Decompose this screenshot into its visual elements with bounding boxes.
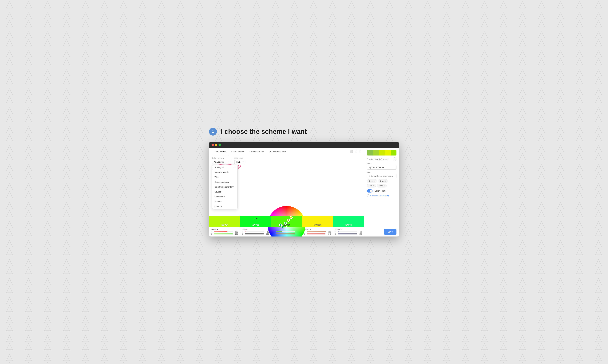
- tag-lime-remove[interactable]: +: [373, 184, 374, 187]
- save-to-dropdown[interactable]: Моя библио... ▾: [375, 158, 392, 160]
- dropdown-item-compound[interactable]: Compound: [212, 194, 237, 199]
- dropdown-item-complementary[interactable]: Complementary: [212, 180, 237, 184]
- wheel-dot-4[interactable]: [281, 225, 284, 228]
- save-to-value: Моя библио...: [375, 158, 387, 160]
- dropdown-item-monochromatic[interactable]: Monochromatic: [212, 170, 237, 175]
- palette-dot-1: [256, 218, 257, 219]
- dropdown-item-triad[interactable]: Triad: [212, 175, 237, 180]
- color-hex-1: #0AFA21: [242, 229, 269, 231]
- tag-fresh[interactable]: Fresh +: [377, 184, 387, 187]
- color-bar-g-4: G 250: [335, 233, 362, 235]
- traffic-close[interactable]: [212, 144, 214, 146]
- tags-section: Tags Green + Grass + Lime +: [367, 171, 396, 187]
- tabs-bar: Color Wheel Extract Theme Extract Gradie…: [209, 148, 364, 155]
- palette-strip: #B6FA0A ⇄ #0AFA21 #52FA0A #FAF: [209, 216, 364, 227]
- preview-swatch-1: [373, 150, 378, 156]
- traffic-minimize[interactable]: [215, 144, 217, 146]
- main-area: Color Wheel Extract Theme Extract Gradie…: [209, 148, 364, 236]
- preview-swatch-2: [379, 150, 385, 156]
- color-detail-4: #0AFA73 R 10 G: [333, 227, 364, 236]
- accessibility-info-icon[interactable]: i: [367, 195, 369, 197]
- tab-extract-theme[interactable]: Extract Theme: [229, 148, 247, 155]
- palette-item-1-icons: ⇄: [254, 217, 257, 220]
- palette-label-0: #B6FA0A: [221, 224, 228, 226]
- preview-swatch-3: [385, 150, 391, 156]
- wheel-dot-2[interactable]: [287, 219, 290, 222]
- tab-color-wheel[interactable]: Color Wheel: [212, 148, 229, 155]
- palette-label-4: #0AFA73: [345, 224, 352, 226]
- harmony-chevron: ▾: [229, 161, 230, 163]
- tag-green-remove[interactable]: +: [374, 180, 375, 182]
- traffic-maximize[interactable]: [218, 144, 221, 146]
- color-bar-r-1: R 10: [242, 231, 269, 233]
- publish-label: Publish Theme: [374, 190, 387, 192]
- mode-label: Color Mode: [234, 157, 245, 159]
- save-to-add-button[interactable]: +: [393, 157, 396, 161]
- tag-green[interactable]: Green +: [367, 179, 377, 183]
- save-to-row: Save to: Моя библио... ▾ +: [367, 157, 396, 161]
- palette-item-0[interactable]: #B6FA0A: [209, 216, 240, 227]
- wheel-dot-1[interactable]: [290, 216, 293, 219]
- accessibility-row: i Check for Accessibility: [367, 195, 396, 197]
- color-bar-g-3: G 240: [304, 233, 331, 235]
- color-hex-4: #0AFA73: [335, 229, 362, 231]
- palette-icon-shuffle: ⇄: [254, 217, 256, 220]
- save-button[interactable]: Save: [384, 229, 396, 234]
- main-container: 1 I choose the scheme I want Color Wheel…: [209, 128, 399, 236]
- harmony-dropdown[interactable]: Analogous ▾: [212, 160, 231, 164]
- download-icon[interactable]: ⬇: [359, 150, 361, 153]
- name-section: Name: [367, 163, 396, 169]
- mode-control: Color Mode RGB ▾: [234, 157, 245, 164]
- color-detail-0: #B6FA0A R 182 G: [209, 227, 240, 236]
- publish-toggle[interactable]: [367, 189, 373, 193]
- color-hex-0: #B6FA0A: [211, 229, 238, 231]
- tag-fresh-remove[interactable]: +: [384, 184, 385, 187]
- step-number: 1: [209, 128, 217, 136]
- palette-item-1[interactable]: ⇄ #0AFA21: [240, 216, 271, 227]
- tags-input[interactable]: [367, 174, 396, 178]
- share-icon[interactable]: ⬡: [355, 150, 357, 153]
- color-wheel-svg[interactable]: [268, 167, 306, 205]
- color-bar-g-1: G 250: [242, 233, 269, 235]
- app-content: Color Wheel Extract Theme Extract Gradie…: [209, 148, 399, 236]
- dropdown-item-custom[interactable]: Custom: [212, 204, 237, 209]
- harmony-label: Color Harmony: [212, 157, 231, 159]
- color-hex-3: #FAF00A: [304, 229, 331, 231]
- name-label: Name: [367, 163, 396, 165]
- dropdown-item-square[interactable]: Square: [212, 189, 237, 194]
- tag-grass[interactable]: Grass +: [378, 179, 388, 183]
- palette-item-4[interactable]: #0AFA73: [333, 216, 364, 227]
- accessibility-link[interactable]: Check for Accessibility: [370, 195, 389, 197]
- preview-swatch-0: [367, 150, 373, 156]
- name-input[interactable]: [367, 165, 396, 169]
- save-to-chevron: ▾: [387, 158, 388, 160]
- dropdown-item-split-complementary[interactable]: Split Complementary: [212, 184, 237, 189]
- camera-icon[interactable]: ⬜: [350, 150, 353, 153]
- wheel-dot-5[interactable]: [279, 223, 282, 226]
- dropdown-item-analogous[interactable]: Analogous ✓: [212, 165, 237, 170]
- mode-chevron: ▾: [243, 161, 244, 163]
- palette-label-3: #FAF00A: [314, 224, 321, 226]
- dropdown-item-shades[interactable]: Shades: [212, 199, 237, 204]
- palette-item-3[interactable]: #FAF00A: [302, 216, 333, 227]
- svg-point-3: [268, 167, 306, 205]
- preview-swatch-4: [391, 150, 396, 156]
- harmony-control: Color Harmony Analogous ▾: [212, 157, 231, 164]
- tag-grass-remove[interactable]: +: [385, 180, 386, 182]
- controls-row: Color Harmony Analogous ▾ Color Mode RGB…: [209, 155, 364, 166]
- tags-row: Green + Grass + Lime + Fresh: [367, 179, 396, 187]
- color-bar-r-3: R 250: [304, 231, 331, 233]
- save-to-label: Save to:: [367, 158, 373, 160]
- palette-indicator-2: [285, 226, 288, 227]
- harmony-value: Analogous: [214, 161, 224, 163]
- tab-accessibility-tools[interactable]: Accessibility Tools: [267, 148, 289, 155]
- tag-lime[interactable]: Lime +: [367, 184, 376, 187]
- wheel-dot-3[interactable]: [284, 222, 287, 225]
- mode-dropdown[interactable]: RGB ▾: [234, 160, 245, 164]
- app-window: Color Wheel Extract Theme Extract Gradie…: [209, 142, 399, 236]
- tab-extract-gradient[interactable]: Extract Gradient: [247, 148, 267, 155]
- color-bar-r-4: R 10: [335, 231, 362, 233]
- right-panel: Save to: Моя библио... ▾ + Name Tags: [364, 148, 399, 236]
- palette-item-2[interactable]: #52FA0A: [271, 216, 302, 227]
- color-bar-g-0: G 250: [211, 233, 238, 235]
